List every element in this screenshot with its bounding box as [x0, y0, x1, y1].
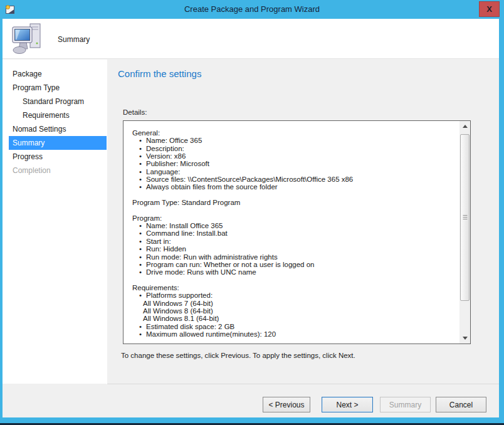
- details-line: Description:: [123, 145, 459, 152]
- footer-note: To change these settings, click Previous…: [121, 352, 355, 359]
- scrollbar-thumb[interactable]: [460, 134, 470, 301]
- button-bar: < PreviousNext >SummaryCancel: [3, 384, 499, 417]
- details-line: Command line: Install.bat: [123, 229, 459, 237]
- sidebar-item-requirements[interactable]: Requirements: [3, 108, 107, 122]
- scroll-up-icon: [463, 125, 468, 128]
- sidebar-item-completion: Completion: [3, 164, 107, 177]
- details-line: All Windows 7 (64-bit): [123, 300, 459, 307]
- details-line: Run: Hidden: [123, 245, 459, 253]
- details-line: Drive mode: Runs with UNC name: [123, 268, 459, 276]
- close-icon: X: [486, 5, 492, 13]
- details-line: Maximum allowed runtime(minutes): 120: [123, 330, 459, 338]
- window-border-left: [0, 19, 3, 423]
- titlebar: Create Package and Program Wizard X: [0, 0, 504, 19]
- details-line: Version: x86: [123, 152, 459, 160]
- page-heading: Confirm the settings: [118, 68, 201, 79]
- window-border-right: [499, 19, 504, 423]
- details-label: Details:: [123, 108, 147, 116]
- previous-button[interactable]: < Previous: [263, 397, 310, 412]
- details-line: [123, 206, 459, 214]
- details-scrollbar[interactable]: [459, 121, 470, 344]
- summary-button: Summary: [380, 397, 431, 412]
- details-box[interactable]: General:Name: Office 365Description:Vers…: [123, 120, 471, 344]
- details-line: Program:: [123, 214, 459, 222]
- scroll-down-icon: [463, 337, 468, 340]
- wizard-window: Create Package and Program Wizard X: [0, 0, 504, 425]
- computer-icon: [11, 21, 45, 55]
- details-line: General:: [123, 129, 459, 137]
- sidebar-item-package[interactable]: Package: [3, 67, 107, 81]
- wizard-header: Summary: [3, 19, 499, 59]
- details-line: Estimated disk space: 2 GB: [123, 323, 459, 330]
- sidebar-item-progress[interactable]: Progress: [3, 150, 107, 164]
- details-line: Name: Install Office 365: [123, 222, 459, 229]
- details-line: Source files: \\ContentSource\Packages\M…: [123, 176, 459, 183]
- details-line: Program Type: Standard Program: [123, 199, 459, 206]
- sidebar-item-nomad-settings[interactable]: Nomad Settings: [3, 122, 107, 136]
- sidebar-item-standard-program[interactable]: Standard Program: [3, 95, 107, 108]
- content-area: Confirm the settings Details: General:Na…: [107, 60, 499, 384]
- cancel-button[interactable]: Cancel: [436, 397, 486, 412]
- details-line: Name: Office 365: [123, 137, 459, 144]
- close-button[interactable]: X: [479, 1, 500, 17]
- details-line: Requirements:: [123, 284, 459, 291]
- window-title: Create Package and Program Wizard: [0, 4, 504, 14]
- details-line: Publisher: Microsoft: [123, 160, 459, 167]
- details-line: Program can run: Whether or not a user i…: [123, 261, 459, 268]
- scroll-down-button[interactable]: [459, 333, 470, 344]
- details-line: [123, 191, 459, 199]
- scrollbar-grip-icon: [463, 215, 467, 220]
- details-line: Run mode: Run with administrative rights: [123, 253, 459, 261]
- next-button[interactable]: Next >: [322, 397, 373, 412]
- window-border-bottom: [0, 417, 504, 423]
- details-line: Platforms supported:: [123, 291, 459, 299]
- sidebar-item-program-type[interactable]: Program Type: [3, 81, 107, 95]
- step-title: Summary: [58, 35, 90, 44]
- scroll-up-button[interactable]: [459, 121, 470, 132]
- details-line: Language:: [123, 168, 459, 176]
- details-text: General:Name: Office 365Description:Vers…: [123, 121, 459, 344]
- details-line: Start in:: [123, 238, 459, 245]
- details-line: [123, 276, 459, 284]
- details-line: Always obtain files from the source fold…: [123, 183, 459, 191]
- details-line: All Windows 8 (64-bit): [123, 307, 459, 315]
- sidebar-item-summary[interactable]: Summary: [9, 136, 107, 150]
- wizard-nav: PackageProgram TypeStandard ProgramRequi…: [3, 60, 107, 384]
- details-line: All Windows 8.1 (64-bit): [123, 315, 459, 322]
